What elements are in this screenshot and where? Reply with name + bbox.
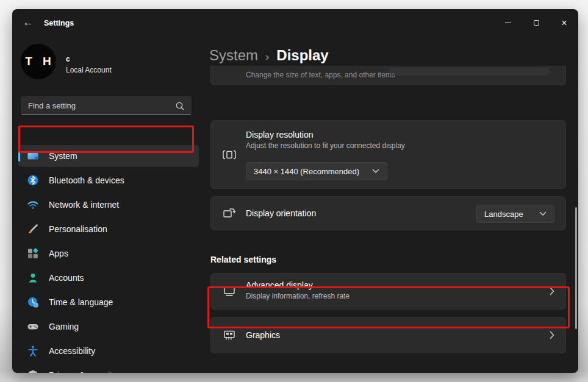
annotation-box-graphics [207,286,570,328]
page-title: Display [276,47,328,64]
sidebar-item-personalisation[interactable]: Personalisation [18,218,199,240]
orientation-dropdown[interactable]: Landscape [476,205,554,223]
graphics-title: Graphics [246,330,280,340]
maximize-icon [534,20,539,26]
sidebar: T H c Local Account System Bluetooth & d… [12,37,204,373]
resolution-dropdown[interactable]: 3440 × 1440 (Recommended) [246,162,387,180]
chevron-right-icon [550,331,554,339]
resolution-subtitle: Adjust the resolution to fit your connec… [246,141,405,150]
sidebar-item-label: Privacy & security [49,370,117,373]
orientation-title: Display orientation [246,208,316,218]
sidebar-item-gaming[interactable]: Gaming [18,316,199,338]
scale-subtitle: Change the size of text, apps, and other… [246,71,395,79]
sidebar-item-accessibility[interactable]: Accessibility [18,340,199,362]
related-settings-header: Related settings [210,255,276,264]
sidebar-item-time-language[interactable]: Time & language [18,291,199,313]
sidebar-item-label: Network & internet [49,200,119,210]
sidebar-item-label: Bluetooth & devices [49,175,124,185]
search-box[interactable] [21,96,192,115]
sidebar-item-label: Personalisation [49,224,107,234]
account-name: c [66,55,70,63]
sidebar-item-label: Apps [49,249,68,258]
chevron-down-icon [539,211,547,216]
close-button[interactable]: × [550,9,578,37]
bluetooth-icon [27,174,39,186]
minimize-icon [505,23,511,23]
sidebar-item-label: Accessibility [49,346,95,356]
sidebar-item-accounts[interactable]: Accounts [18,267,199,289]
titlebar: ← Settings × [12,9,578,37]
display-resolution-card: Display resolution Adjust the resolution… [210,120,566,189]
privacy-security-icon [27,369,39,373]
sidebar-item-label: Accounts [49,273,84,283]
time-language-icon [27,296,39,308]
chevron-down-icon [372,169,379,174]
graphics-icon [222,328,237,342]
breadcrumb-separator-icon: › [265,50,269,63]
back-button[interactable]: ← [18,13,38,32]
sidebar-nav: System Bluetooth & devices Network & int… [18,145,199,373]
account-type: Local Account [66,66,112,74]
sidebar-item-apps[interactable]: Apps [18,242,199,264]
breadcrumb-system[interactable]: System [209,47,258,64]
sidebar-item-label: Time & language [49,297,113,307]
apps-icon [27,247,39,260]
settings-window: ← Settings × T H c Local Account System [12,9,578,373]
vertical-scrollbar[interactable] [575,207,577,329]
accounts-icon [27,272,39,284]
personalisation-icon [27,223,39,235]
sidebar-item-privacy-security[interactable]: Privacy & security [18,364,199,373]
sidebar-item-label: Gaming [49,322,79,331]
sidebar-item-bluetooth[interactable]: Bluetooth & devices [18,169,199,191]
resolution-value: 3440 × 1440 (Recommended) [254,167,359,176]
search-input[interactable] [21,101,175,110]
gaming-icon [27,320,39,333]
accessibility-icon [27,345,39,357]
avatar: T H [21,44,56,79]
window-controls: × [494,9,578,37]
display-orientation-card: Display orientation Landscape [210,196,566,230]
network-icon [27,199,39,211]
scale-row-partial: Change the size of text, apps, and other… [210,66,566,85]
annotation-box-system [18,126,194,153]
app-title: Settings [44,9,74,37]
minimize-button[interactable] [494,9,522,37]
orientation-value: Landscape [484,210,523,219]
scale-dropdown-partial[interactable] [388,68,550,76]
resolution-title: Display resolution [246,130,405,140]
back-arrow-icon: ← [23,16,34,29]
search-icon [175,101,185,111]
maximize-button[interactable] [522,9,550,37]
resolution-icon [222,147,237,162]
sidebar-item-network[interactable]: Network & internet [18,194,199,216]
breadcrumb: System › Display [209,47,329,64]
orientation-icon [222,206,237,221]
close-icon: × [561,18,567,28]
